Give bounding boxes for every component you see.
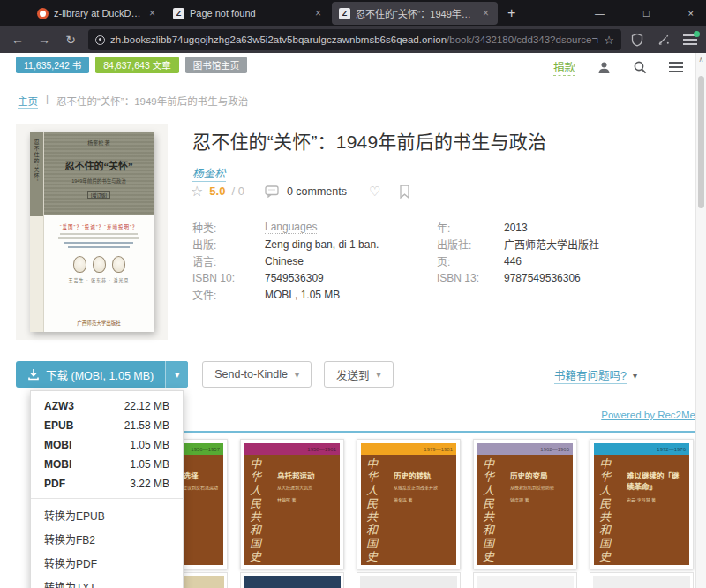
tab-close-icon[interactable]: × <box>147 7 157 19</box>
format-option-mobi-2[interactable]: MOBI1.05 MB <box>31 455 183 474</box>
format-option-epub[interactable]: EPUB21.58 MB <box>31 416 183 435</box>
tab-duckduckgo[interactable]: z-library at DuckDuckGo × <box>30 2 164 25</box>
cover-title: 忍不住的“关怀” <box>44 158 154 172</box>
zlibrary-icon: Z <box>339 8 350 19</box>
scrollbar-thumb[interactable] <box>698 76 704 208</box>
cover-author: 杨奎松 著 <box>44 139 154 147</box>
zlibrary-icon: Z <box>173 8 184 19</box>
related-book-6[interactable] <box>240 572 344 588</box>
detail-row: 文件:MOBI , 1.05 MB <box>192 286 379 303</box>
stat-badge-0[interactable]: 11,635,242 书 <box>16 57 89 73</box>
related-book-9[interactable] <box>590 572 694 588</box>
search-icon[interactable] <box>633 60 648 75</box>
reload-icon[interactable]: ↻ <box>62 33 79 47</box>
book-cover-image[interactable]: 忍不住的“关怀” 杨奎松 著 忍不住的“关怀” 1949年前后的书生与政治 [增… <box>16 124 168 340</box>
convert-txt-option[interactable]: 转换为TXT <box>31 575 183 588</box>
page-scrollbar[interactable]: ∧ <box>695 53 706 588</box>
download-format-menu: AZW322.12 MB EPUB21.58 MB MOBI1.05 MB MO… <box>30 390 184 588</box>
cover-subtitle: 1949年前后的书生与政治 <box>44 177 154 185</box>
url-host: zh.bookszlibb74ugqojhzhg2a63w5i2atv5bqar… <box>110 34 447 45</box>
rating-star-icon[interactable]: ☆ <box>191 183 203 200</box>
back-icon[interactable]: ← <box>9 33 26 47</box>
related-book-2[interactable]: 1979—1981 中华人民共和国史 历史的转轨 从拨乱反正到改革开放 萧冬连 … <box>357 439 461 569</box>
comments-icon[interactable] <box>265 185 279 198</box>
download-formats-caret[interactable]: ▾ <box>165 361 188 388</box>
stat-badge-1[interactable]: 84,637,643 文章 <box>95 57 178 73</box>
format-option-pdf[interactable]: PDF3.22 MB <box>31 474 183 494</box>
close-window-icon[interactable]: × <box>688 8 694 19</box>
tab-close-icon[interactable]: × <box>313 7 323 19</box>
donate-link[interactable]: 捐款 <box>553 58 575 76</box>
new-identity-broom-icon[interactable] <box>657 33 671 47</box>
format-option-mobi[interactable]: MOBI1.05 MB <box>31 435 183 455</box>
window-controls: — □ × <box>595 0 694 26</box>
new-tab-button[interactable]: + <box>499 5 524 21</box>
cover-portraits <box>44 256 154 273</box>
breadcrumb-separator: | <box>46 94 49 109</box>
report-problem-link[interactable]: 书籍有问题吗? ▾ <box>554 366 637 384</box>
profile-icon[interactable] <box>597 60 612 75</box>
related-book-4[interactable]: 1972—1976 中华人民共和国史 难以继续的「继续革命」 从批林到批邓 史云… <box>590 439 694 569</box>
maximize-icon[interactable]: □ <box>643 8 650 19</box>
download-label: 下载 (MOBI, 1.05 MB) <box>46 366 154 383</box>
url-bar[interactable]: zh.bookszlibb74ugqojhzhg2a63w5i2atv5bqar… <box>88 29 621 50</box>
download-button[interactable]: 下载 (MOBI, 1.05 MB) ▾ <box>16 361 188 388</box>
url-path: /book/3432180/cdd343?dsource=recomm <box>447 34 598 45</box>
breadcrumb-current: 忍不住的“关怀”：1949年前后的书生与政治 <box>56 94 248 109</box>
tab-book-page[interactable]: Z 忍不住的“关怀”：1949年前后的 × <box>332 2 498 25</box>
bookmark-star-icon[interactable]: ☆ <box>604 34 614 47</box>
category-link[interactable]: Languages <box>265 221 317 234</box>
breadcrumb-home-link[interactable]: 主页 <box>18 94 38 109</box>
shield-icon[interactable] <box>630 33 644 47</box>
portrait-sketch <box>73 256 86 273</box>
save-bookmark-icon[interactable] <box>399 185 410 199</box>
convert-fb2-option[interactable]: 转换为FB2 <box>31 527 183 551</box>
book-spine: 忍不住的“关怀” <box>30 132 44 332</box>
related-cover-band-3: 1962—1965 <box>477 443 573 455</box>
rating-row: ☆ 5.0 / 0 0 comments ♡ <box>191 183 410 200</box>
chevron-down-icon: ▾ <box>377 370 381 380</box>
download-icon <box>27 368 40 381</box>
navigation-toolbar: ← → ↻ zh.bookszlibb74ugqojhzhg2a63w5i2at… <box>0 26 706 53</box>
favorite-heart-icon[interactable]: ♡ <box>369 184 380 200</box>
breadcrumb: 主页 | 忍不住的“关怀”：1949年前后的书生与政治 <box>18 94 248 109</box>
bottom-cover-2 <box>360 576 457 588</box>
site-stats: 11,635,242 书 84,637,643 文章 图书馆主页 <box>16 57 247 73</box>
detail-row: 出版:Zeng ding ban, di 1 ban. <box>192 236 379 253</box>
minimize-icon[interactable]: — <box>595 8 605 19</box>
rating-total: / 0 <box>231 185 244 198</box>
page-content: 11,635,242 书 84,637,643 文章 图书馆主页 捐款 主页 |… <box>0 53 706 588</box>
site-menu-icon[interactable] <box>669 62 683 72</box>
author-link[interactable]: 杨奎松 <box>192 164 226 182</box>
portrait-sketch <box>112 256 125 273</box>
app-menu-icon[interactable] <box>683 34 697 45</box>
bottom-cover-4 <box>593 576 690 588</box>
related-book-7[interactable] <box>357 572 461 588</box>
tab-close-icon[interactable]: × <box>481 7 491 19</box>
chevron-down-icon: ▾ <box>295 370 299 380</box>
cover-portrait-names: 王芸生 · 张东荪 · 潘光旦 <box>44 276 154 283</box>
powered-by-link[interactable]: Powered by Rec2Me <box>601 410 695 420</box>
related-book-8[interactable] <box>473 572 577 588</box>
related-book-1[interactable]: 1958—1961 中华人民共和国史 乌托邦运动 从大跃进到大饥荒 林蕴晖 著 <box>240 439 344 569</box>
scroll-up-icon[interactable]: ∧ <box>696 53 706 64</box>
related-cover-band-2: 1979—1981 <box>361 443 456 455</box>
tab-title: Page not found <box>190 8 308 19</box>
related-cover-band-4: 1972—1976 <box>594 443 689 455</box>
tab-page-not-found[interactable]: Z Page not found × <box>166 2 330 25</box>
send-to-kindle-button[interactable]: Send-to-Kindle ▾ <box>202 361 312 388</box>
send-to-button[interactable]: 发送到 ▾ <box>324 361 394 388</box>
action-buttons: 下载 (MOBI, 1.05 MB) ▾ Send-to-Kindle ▾ 发送… <box>16 361 394 388</box>
recommendations-divider <box>176 431 697 433</box>
detail-row: 语言:Chinese <box>192 253 379 269</box>
detail-row: 年:2013 <box>437 219 599 236</box>
stat-badge-2[interactable]: 图书馆主页 <box>185 57 248 73</box>
convert-pdf-option[interactable]: 转换为PDF <box>31 551 183 575</box>
format-option-azw3[interactable]: AZW322.12 MB <box>31 396 183 416</box>
tab-title: z-library at DuckDuckGo <box>54 8 142 19</box>
comments-count[interactable]: 0 comments <box>287 185 347 198</box>
forward-icon[interactable]: → <box>35 33 53 47</box>
convert-epub-option[interactable]: 转换为EPUB <box>31 503 183 527</box>
related-book-3[interactable]: 1962—1965 中华人民共和国史 历史的变局 从挽救危机到反修防修 钱庠理 … <box>473 439 577 569</box>
detail-row: 种类:Languages <box>192 219 379 236</box>
